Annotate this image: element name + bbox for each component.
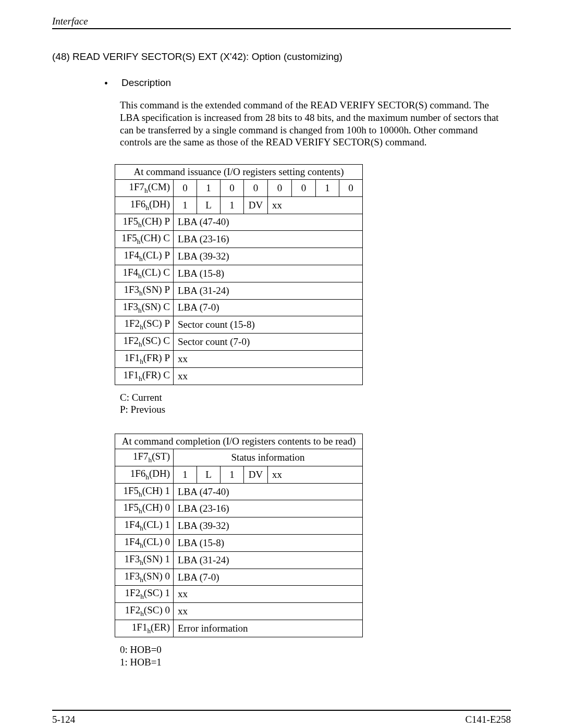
page-footer: 5-124 C141-E258	[52, 710, 511, 725]
table-row: 1F1h(FR) C	[115, 367, 174, 385]
page-number: 5-124	[52, 714, 75, 725]
completion-table: At command completion (I/O registers con…	[115, 434, 363, 637]
table-row: 1F1h(FR) P	[115, 350, 174, 367]
legend-1: C: Current P: Previous	[120, 391, 511, 416]
table1-title: At command issuance (I/O registers setti…	[115, 165, 363, 180]
table2-title: At command completion (I/O registers con…	[115, 434, 363, 449]
table-row: 1F4h(CL) C	[115, 265, 174, 282]
bullet-icon: •	[104, 78, 108, 89]
table-row: 1F2h(SC) P	[115, 316, 174, 334]
legend-2: 0: HOB=0 1: HOB=1	[120, 644, 511, 669]
table-row: 1F7h(CM)	[115, 180, 174, 197]
page-header: Interface	[52, 16, 511, 29]
table-row: 1F3h(SN) C	[115, 299, 174, 316]
section-title: (48) READ VERIFY SECTOR(S) EXT (X'42): O…	[52, 51, 511, 63]
table-row: 1F6h(DH)	[115, 466, 174, 483]
table-row: 1F2h(SC) 1	[115, 586, 174, 603]
bullet-label: Description	[121, 77, 171, 89]
table-row: 1F7h(ST)	[115, 449, 174, 466]
table-row: 1F3h(SN) 0	[115, 569, 174, 586]
table-row: 1F3h(SN) 1	[115, 551, 174, 569]
table-row: 1F5h(CH) 0	[115, 500, 174, 517]
table-row: 1F3h(SN) P	[115, 282, 174, 299]
issuance-table: At command issuance (I/O registers setti…	[115, 164, 363, 385]
table-row: 1F4h(CL) 0	[115, 535, 174, 552]
table-row: 1F4h(CL) P	[115, 248, 174, 265]
table-row: 1F1h(ER)	[115, 620, 174, 637]
table-row: 1F4h(CL) 1	[115, 517, 174, 535]
doc-number: C141-E258	[465, 714, 511, 725]
table-row: 1F5h(CH) P	[115, 214, 174, 231]
table-row: 1F2h(SC) 0	[115, 603, 174, 620]
table-row: 1F5h(CH) 1	[115, 483, 174, 500]
table-row: 1F6h(DH)	[115, 196, 174, 214]
table-row: 1F2h(SC) C	[115, 334, 174, 351]
table-row: 1F5h(CH) C	[115, 231, 174, 248]
description-paragraph: This command is the extended command of …	[120, 99, 500, 149]
